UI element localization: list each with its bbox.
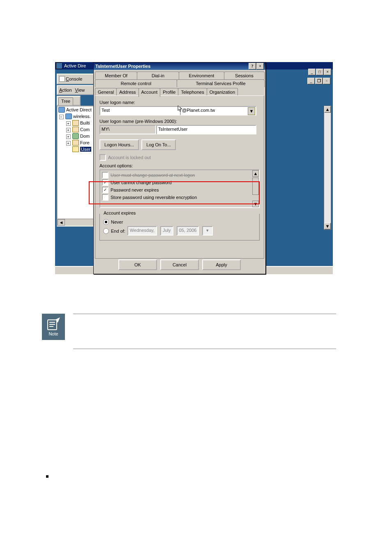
logon-name-input[interactable]: Test xyxy=(99,106,180,116)
cancel-button[interactable]: Cancel xyxy=(160,259,199,270)
upn-suffix-value: @Planet.com.tw xyxy=(182,108,215,113)
opt-cannot-change-password[interactable]: ✓ User cannot change password xyxy=(102,179,251,186)
logon-hours-button[interactable]: Logon Hours... xyxy=(99,139,139,150)
tab-address[interactable]: Address xyxy=(116,88,138,96)
account-locked-checkbox: Account is locked out xyxy=(99,154,260,161)
dropdown-icon[interactable]: ▼ xyxy=(248,107,255,115)
opt-label: Password never expires xyxy=(111,187,159,192)
maximize-button[interactable]: □ xyxy=(316,69,323,75)
opt-change-next-logon[interactable]: User must change password at next logon xyxy=(102,172,251,178)
checkbox-icon[interactable] xyxy=(102,194,108,201)
ok-button[interactable]: OK xyxy=(118,259,157,270)
child-restore-button[interactable]: ❐ xyxy=(315,78,323,84)
tree-item[interactable]: Com xyxy=(80,127,90,132)
opt-password-never-expires[interactable]: ✓ Password never expires xyxy=(102,187,251,193)
note-rule-bottom xyxy=(73,349,336,349)
tree-item[interactable]: Dom xyxy=(80,134,90,139)
tab-telephones[interactable]: Telephones xyxy=(178,88,207,96)
tree-item[interactable]: Builti xyxy=(80,120,90,125)
pre2000-domain-field: MY\ xyxy=(99,125,156,134)
date-month: July xyxy=(160,226,173,236)
checkbox-icon[interactable]: ✓ xyxy=(102,187,108,193)
toolbar: Action View xyxy=(57,85,96,95)
scroll-thumb[interactable] xyxy=(252,178,259,195)
opt-label: User cannot change password xyxy=(111,180,172,185)
collapse-icon[interactable]: − xyxy=(59,115,64,119)
pre2000-user-input[interactable]: TsInternetUser xyxy=(156,125,256,134)
radio-icon[interactable] xyxy=(103,228,109,234)
checkbox-icon[interactable]: ✓ xyxy=(102,179,108,186)
domain-icon xyxy=(65,113,72,119)
ad-root-icon xyxy=(58,107,65,113)
pre2000-label: User logon name (pre-Windows 2000): xyxy=(99,119,260,124)
close-button[interactable]: × xyxy=(324,69,331,75)
checkbox-icon xyxy=(99,154,106,161)
app-title: Active Dire xyxy=(64,63,86,68)
tab-profile[interactable]: Profile xyxy=(160,88,178,96)
scroll-down-icon[interactable]: ▼ xyxy=(324,223,331,229)
opt-label: User must change password at next logon xyxy=(111,173,195,178)
menu-action[interactable]: Action xyxy=(59,88,72,92)
expires-endof-label: End of: xyxy=(111,229,125,234)
expand-icon[interactable]: + xyxy=(66,134,71,139)
tree-item[interactable]: Fore xyxy=(80,140,90,145)
account-tab-page: User logon name: Test @Planet.com.tw ▼ U… xyxy=(95,95,264,259)
child-minimize-button[interactable]: _ xyxy=(307,78,315,84)
console-menu-label: CConsoleonsole xyxy=(66,76,82,81)
minimize-button[interactable]: _ xyxy=(308,69,316,75)
tree-domain-label[interactable]: wireless. xyxy=(73,114,91,119)
logon-to-button[interactable]: Log On To... xyxy=(141,139,176,150)
radio-icon[interactable] xyxy=(103,219,109,225)
dialog-title: TsInternetUser Properties xyxy=(95,64,150,69)
scroll-up-icon[interactable]: ▲ xyxy=(252,170,259,177)
tree-tab[interactable]: Tree xyxy=(58,97,73,105)
dialog-close-button[interactable]: × xyxy=(256,63,264,69)
opt-label: Store password using reversible encrypti… xyxy=(111,195,197,200)
note-icon: Note xyxy=(42,314,65,340)
tab-dialin[interactable]: Dial-in xyxy=(137,72,179,79)
account-locked-label: Account is locked out xyxy=(108,155,151,160)
account-expires-legend: Account expires xyxy=(102,210,137,215)
opt-reversible-encryption[interactable]: Store password using reversible encrypti… xyxy=(102,194,251,201)
tab-ts-profile[interactable]: Terminal Services Profile xyxy=(177,79,265,87)
tree-item-selected[interactable]: User xyxy=(80,147,91,152)
date-day-year: 05, 2006 xyxy=(177,226,199,236)
logon-name-label: User logon name: xyxy=(99,100,260,105)
bullet-icon xyxy=(46,475,48,478)
tree-root-label[interactable]: Active Direct xyxy=(66,107,92,112)
tab-general[interactable]: General xyxy=(95,88,117,96)
dialog-titlebar[interactable]: TsInternetUser Properties ? × xyxy=(94,62,265,70)
tab-organization[interactable]: Organization xyxy=(207,88,238,96)
tab-sessions[interactable]: Sessions xyxy=(224,72,265,79)
tab-member-of[interactable]: Member Of xyxy=(95,72,137,79)
expires-endof-radio[interactable]: End of: Wednesday, July 05, 2006 ▾ xyxy=(103,226,256,236)
dialog-help-button[interactable]: ? xyxy=(249,63,256,69)
content-vscrollbar[interactable]: ▲ ▼ xyxy=(324,106,331,230)
date-dropdown-icon: ▾ xyxy=(202,226,213,236)
folder-icon xyxy=(72,120,79,126)
expand-icon[interactable]: + xyxy=(66,121,71,126)
apply-button[interactable]: Apply xyxy=(202,259,241,270)
expand-icon[interactable]: + xyxy=(66,141,71,146)
expires-never-radio[interactable]: Never xyxy=(103,219,256,225)
expand-icon[interactable]: + xyxy=(66,128,71,132)
options-vscrollbar[interactable]: ▲ ▼ xyxy=(252,170,259,207)
dialog-tabs: Member Of Dial-in Environment Sessions R… xyxy=(95,72,264,88)
date-weekday: Wednesday, xyxy=(127,226,157,236)
upn-suffix-select[interactable]: @Planet.com.tw ▼ xyxy=(180,106,256,116)
menu-view[interactable]: View xyxy=(75,88,85,92)
scroll-left-icon[interactable]: ◄ xyxy=(58,219,65,226)
tab-account[interactable]: Account xyxy=(138,88,161,97)
app-icon xyxy=(56,62,62,69)
console-icon xyxy=(59,76,65,82)
checkbox-icon[interactable] xyxy=(102,172,108,178)
account-options-list[interactable]: User must change password at next logon … xyxy=(99,169,260,208)
account-options-label: Account options: xyxy=(99,163,260,168)
folder-icon xyxy=(72,127,79,132)
tab-remote-control[interactable]: Remote control xyxy=(95,79,177,87)
tab-environment[interactable]: Environment xyxy=(179,72,224,79)
scroll-down-icon[interactable]: ▼ xyxy=(252,201,259,207)
scroll-up-icon[interactable]: ▲ xyxy=(324,106,331,113)
console-menu[interactable]: CConsoleonsole xyxy=(57,74,96,84)
dialog-buttons: OK Cancel Apply xyxy=(95,259,264,271)
